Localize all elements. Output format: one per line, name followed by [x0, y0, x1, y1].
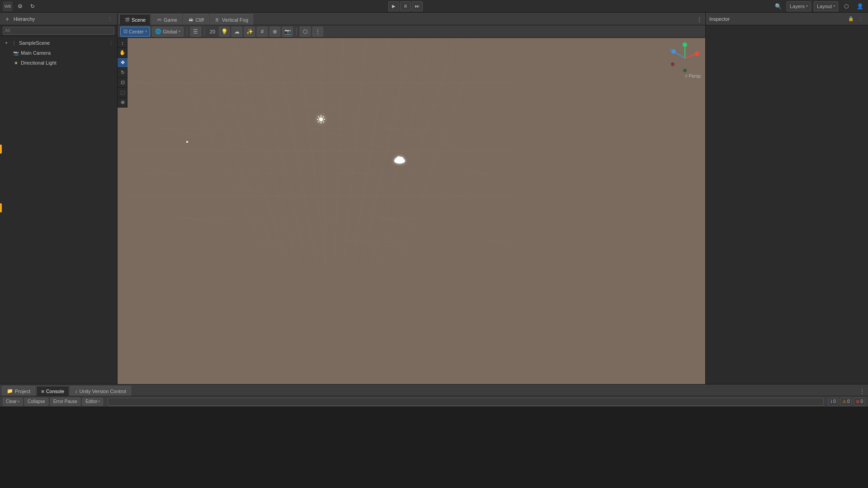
top-toolbar: WB ⚙ ↻ ▶ ⏸ ⏭ 🔍 Layers ▾ Layout ▾ ⬡ 👤	[0, 0, 868, 13]
camera-settings-btn[interactable]: 📷	[282, 27, 293, 37]
search-icon[interactable]: 🔍	[773, 1, 784, 11]
layout-button[interactable]: Layout ▾	[814, 1, 838, 11]
svg-point-48	[671, 49, 676, 54]
inspector-header: Inspector 🔒 ⋮	[706, 13, 868, 25]
scene-toolbar: ⊡ Center ▾ 🌐 Global ▾ ☰ 20 💡 ☁ ✨ # ⊕ 📷	[118, 25, 705, 38]
lighting-toggle-btn[interactable]: 💡	[219, 27, 230, 37]
play-button[interactable]: ▶	[388, 1, 399, 11]
tab-scene[interactable]: 🎬 Scene	[119, 14, 151, 25]
step-button[interactable]: ⏭	[412, 1, 423, 11]
inspector-title: Inspector	[709, 16, 730, 22]
svg-line-34	[323, 122, 324, 122]
rotate-tool-btn[interactable]: ↻	[118, 68, 127, 78]
tab-project-label: Project	[15, 389, 30, 394]
layers-button[interactable]: Layers ▾	[787, 1, 811, 11]
svg-line-13	[276, 38, 316, 264]
scale-tool-btn[interactable]: ⊡	[118, 78, 127, 88]
svg-line-10	[208, 38, 289, 264]
render-mode-btn[interactable]: ☰	[190, 27, 201, 37]
svg-point-42	[695, 52, 699, 56]
collapse-button[interactable]: Collapse	[24, 398, 48, 406]
hierarchy-content: ▼ ⋮ SampleScene ⋮ 📷 Main Camera ☀ Direct…	[0, 36, 117, 384]
editor-dropdown-arrow: ▾	[98, 399, 100, 404]
inspector-more-btn[interactable]: ⋮	[857, 15, 864, 23]
tab-version-control[interactable]: ↕ Unity Version Control	[70, 386, 131, 396]
toolbar-sep-1	[187, 28, 187, 36]
svg-line-22	[398, 38, 479, 264]
tab-vertical-fog-label: Vertical Fog	[222, 17, 248, 23]
hierarchy-search-input[interactable]	[3, 27, 114, 35]
warning-count[interactable]: ⚠ 0	[840, 398, 852, 406]
tab-project[interactable]: 📁 Project	[2, 386, 35, 396]
svg-line-19	[362, 38, 411, 264]
center-mode-btn[interactable]: ⊡ Center ▾	[120, 27, 150, 37]
global-mode-btn[interactable]: 🌐 Global ▾	[152, 27, 184, 37]
scene-tabs-more-btn[interactable]: ⋮	[696, 16, 703, 25]
scene-root-item[interactable]: ▼ ⋮ SampleScene ⋮	[0, 38, 117, 48]
extra-settings-btn[interactable]: ⬡	[300, 27, 311, 37]
svg-point-40	[396, 156, 401, 161]
version-control-tab-icon: ↕	[75, 389, 78, 394]
pan-tool-btn[interactable]: ✋	[118, 48, 127, 58]
hierarchy-title: Hierarchy	[14, 16, 35, 22]
more-toolbar-btn[interactable]: ⋮	[312, 27, 323, 37]
hierarchy-item-directional-light[interactable]: ☀ Directional Light	[0, 58, 117, 68]
viewport-gizmo[interactable]: X Y Z < Persp	[669, 42, 701, 79]
gizmo-toggle-btn[interactable]: ⊕	[269, 27, 280, 37]
skybox-toggle-btn[interactable]: ☁	[231, 27, 242, 37]
maximize-icon[interactable]: ⬡	[841, 1, 852, 11]
hierarchy-options-btn[interactable]: ⋮	[106, 15, 113, 23]
transform-tool-btn[interactable]: ⊕	[118, 98, 127, 108]
clear-button[interactable]: Clear ▾	[3, 398, 23, 406]
pause-button[interactable]: ⏸	[400, 1, 411, 11]
brand-icon[interactable]: WB	[3, 1, 13, 11]
center-mode-label: Center	[129, 29, 144, 34]
toolbar-settings-btn[interactable]: ⚙	[14, 1, 25, 11]
scene-tabs: 🎬 Scene 🎮 Game 🏔 Cliff 🌫 Vertical Fog ⋮	[118, 13, 705, 25]
global-dropdown-arrow: ▾	[179, 29, 180, 33]
error-count-label: 0	[860, 399, 863, 404]
light-icon: ☀	[13, 60, 19, 66]
tab-vertical-fog[interactable]: 🌫 Vertical Fog	[210, 14, 253, 25]
error-count[interactable]: ⊗ 0	[854, 398, 865, 406]
fx-toggle-btn[interactable]: ✨	[244, 27, 255, 37]
bottom-tabs-more-btn[interactable]: ⋮	[859, 388, 865, 396]
project-tab-icon: 📁	[7, 388, 13, 394]
hierarchy-item-main-camera[interactable]: 📷 Main Camera	[0, 48, 117, 58]
info-count[interactable]: ℹ 0	[828, 398, 838, 406]
viewport-tools: ↕ ✋ ✥ ↻ ⊡ ⬚ ⊕	[118, 38, 127, 108]
console-search-input[interactable]	[108, 398, 824, 406]
tab-game[interactable]: 🎮 Game	[151, 14, 182, 25]
grid-toggle-btn[interactable]: #	[257, 27, 268, 37]
toolbar-refresh-btn[interactable]: ↻	[27, 1, 38, 11]
tab-scene-label: Scene	[132, 17, 146, 23]
center-dropdown-arrow: ▾	[145, 29, 147, 33]
viewport[interactable]: ↕ ✋ ✥ ↻ ⊡ ⬚ ⊕	[118, 38, 705, 384]
fog-tab-icon: 🌫	[215, 17, 220, 23]
side-indicator-2	[0, 203, 2, 212]
move-tool-btn[interactable]: ✥	[118, 58, 127, 68]
tab-console[interactable]: ≡ Console	[36, 386, 69, 396]
viewport-grid	[118, 38, 705, 384]
cloud-gizmo[interactable]	[393, 155, 406, 164]
rect-tool-btn[interactable]: ⬚	[118, 88, 127, 98]
editor-button[interactable]: Editor ▾	[82, 398, 103, 406]
view-tool-btn[interactable]: ↕	[118, 38, 127, 48]
hierarchy-header: + Hierarchy ⋮	[0, 13, 117, 25]
scene-more-btn[interactable]: ⋮	[108, 40, 114, 46]
sun-gizmo[interactable]	[316, 115, 326, 124]
layers-dropdown-arrow: ▾	[806, 4, 808, 8]
svg-line-8	[163, 38, 271, 264]
scene-number-label: 20	[208, 29, 217, 34]
main-content: + Hierarchy ⋮ ▼ ⋮ SampleScene ⋮ 📷	[0, 13, 868, 488]
svg-point-51	[683, 69, 687, 72]
hierarchy-add-btn[interactable]: +	[4, 15, 11, 23]
error-pause-button[interactable]: Error Pause	[50, 398, 80, 406]
scene-root-label: SampleScene	[19, 40, 50, 46]
inspector-lock-btn[interactable]: 🔒	[847, 15, 854, 23]
tab-cliff[interactable]: 🏔 Cliff	[183, 14, 209, 25]
account-icon[interactable]: 👤	[854, 1, 865, 11]
scene-root-icon: ⋮	[11, 40, 17, 46]
svg-line-11	[231, 38, 298, 264]
svg-line-24	[128, 79, 515, 183]
